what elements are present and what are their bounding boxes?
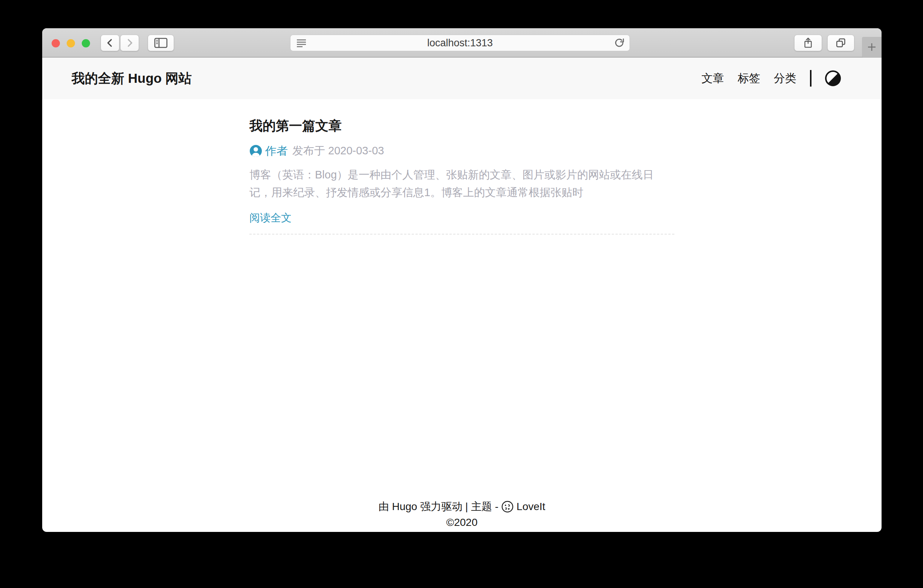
site-footer: 由 Hugo 强力驱动 | 主题 - LoveIt ©2020 bbox=[42, 499, 882, 531]
read-more-link[interactable]: 阅读全文 bbox=[250, 210, 292, 226]
back-button[interactable] bbox=[100, 34, 120, 51]
back-icon bbox=[105, 37, 115, 49]
publish-date: 发布于 2020-03-03 bbox=[292, 143, 384, 159]
tabs-icon bbox=[835, 37, 847, 49]
window-controls bbox=[52, 39, 90, 47]
show-all-tabs-button[interactable] bbox=[827, 34, 854, 51]
sidebar-icon bbox=[153, 36, 169, 49]
browser-toolbar: localhost:1313 bbox=[42, 28, 882, 57]
site-nav: 文章 标签 分类 bbox=[701, 70, 841, 87]
theme-name-link[interactable]: LoveIt bbox=[516, 499, 545, 514]
post-summary-text: 博客（英语：Blog）是一种由个人管理、张贴新的文章、图片或影片的网站或在线日记… bbox=[250, 166, 674, 201]
new-tab-button[interactable] bbox=[862, 37, 882, 57]
author-avatar-icon bbox=[250, 144, 262, 157]
post-divider bbox=[250, 234, 674, 234]
plus-icon bbox=[866, 41, 878, 53]
copyright-text: ©2020 bbox=[42, 514, 882, 531]
address-bar[interactable]: localhost:1313 bbox=[290, 34, 630, 51]
footer-powered-line: 由 Hugo 强力驱动 | 主题 - LoveIt bbox=[42, 499, 882, 514]
page-background: { "colors": { "accent": "#2d96bd", "text… bbox=[0, 0, 923, 588]
nav-item-tags[interactable]: 标签 bbox=[737, 71, 760, 86]
browser-window: localhost:1313 bbox=[42, 28, 882, 532]
theme-toggle-icon[interactable] bbox=[825, 70, 841, 86]
kiss-face-icon bbox=[501, 500, 514, 513]
site-header: 我的全新 Hugo 网站 文章 标签 分类 bbox=[42, 57, 882, 99]
share-icon bbox=[802, 36, 814, 49]
author-link[interactable]: 作者 bbox=[265, 143, 288, 159]
nav-item-posts[interactable]: 文章 bbox=[701, 71, 724, 86]
powered-by-text: 由 Hugo 强力驱动 | 主题 - bbox=[379, 499, 498, 514]
forward-icon bbox=[125, 37, 135, 49]
zoom-window-button[interactable] bbox=[82, 39, 90, 47]
post-title-link[interactable]: 我的第一篇文章 bbox=[250, 117, 674, 134]
site-title-link[interactable]: 我的全新 Hugo 网站 bbox=[72, 70, 701, 87]
reload-button[interactable] bbox=[614, 38, 625, 49]
minimize-window-button[interactable] bbox=[67, 39, 75, 47]
nav-item-categories[interactable]: 分类 bbox=[774, 71, 797, 86]
forward-button[interactable] bbox=[120, 34, 139, 51]
close-window-button[interactable] bbox=[52, 39, 60, 47]
url-text: localhost:1313 bbox=[291, 37, 629, 49]
share-button[interactable] bbox=[794, 34, 822, 51]
post-meta: 作者 发布于 2020-03-03 bbox=[250, 144, 674, 158]
post-summary-card: 我的第一篇文章 作者 发布于 2020-03-03 博客（英语：Blog）是一种… bbox=[250, 117, 674, 234]
nav-separator bbox=[810, 70, 811, 87]
sidebar-toggle-button[interactable] bbox=[148, 34, 174, 51]
